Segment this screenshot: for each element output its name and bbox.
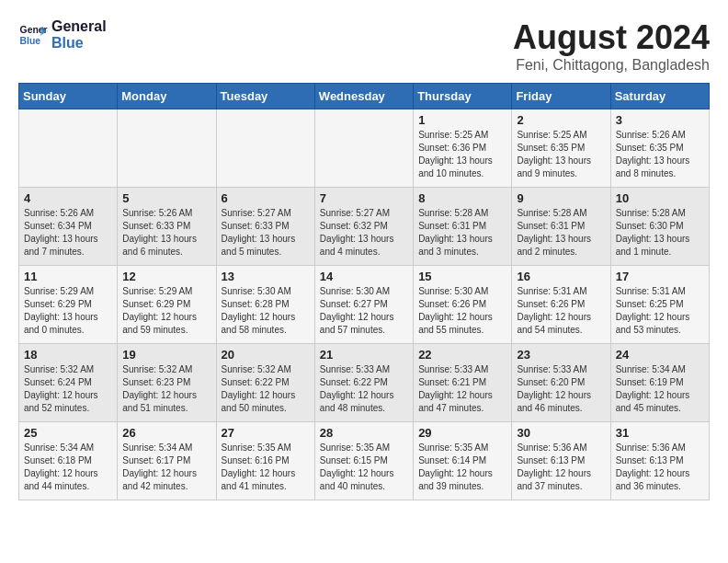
day-number: 29 — [418, 426, 506, 440]
day-info: Sunrise: 5:34 AM Sunset: 6:19 PM Dayligh… — [616, 363, 704, 415]
calendar-cell: 5Sunrise: 5:26 AM Sunset: 6:33 PM Daylig… — [118, 188, 216, 266]
calendar-cell: 4Sunrise: 5:26 AM Sunset: 6:34 PM Daylig… — [19, 188, 118, 266]
calendar-table: SundayMondayTuesdayWednesdayThursdayFrid… — [18, 83, 710, 500]
calendar-cell: 9Sunrise: 5:28 AM Sunset: 6:31 PM Daylig… — [512, 188, 610, 266]
weekday-header-row: SundayMondayTuesdayWednesdayThursdayFrid… — [19, 84, 710, 109]
day-number: 27 — [222, 426, 310, 440]
calendar-cell — [216, 109, 314, 188]
day-number: 20 — [222, 348, 310, 362]
day-info: Sunrise: 5:31 AM Sunset: 6:25 PM Dayligh… — [616, 285, 704, 337]
day-number: 5 — [122, 191, 210, 205]
day-info: Sunrise: 5:34 AM Sunset: 6:18 PM Dayligh… — [24, 442, 112, 493]
weekday-saturday: Saturday — [610, 84, 709, 109]
day-info: Sunrise: 5:25 AM Sunset: 6:36 PM Dayligh… — [418, 129, 506, 180]
day-info: Sunrise: 5:35 AM Sunset: 6:16 PM Dayligh… — [222, 442, 310, 493]
day-number: 24 — [616, 348, 704, 362]
day-number: 9 — [517, 191, 605, 205]
calendar-cell: 19Sunrise: 5:32 AM Sunset: 6:23 PM Dayli… — [118, 344, 216, 422]
calendar-cell: 20Sunrise: 5:32 AM Sunset: 6:22 PM Dayli… — [216, 344, 314, 422]
day-info: Sunrise: 5:36 AM Sunset: 6:13 PM Dayligh… — [616, 442, 704, 493]
calendar-cell: 8Sunrise: 5:28 AM Sunset: 6:31 PM Daylig… — [414, 188, 512, 266]
day-info: Sunrise: 5:33 AM Sunset: 6:22 PM Dayligh… — [320, 363, 408, 415]
logo-icon: General Blue — [18, 20, 48, 50]
day-info: Sunrise: 5:28 AM Sunset: 6:31 PM Dayligh… — [517, 207, 605, 259]
day-number: 14 — [320, 270, 408, 283]
day-number: 13 — [222, 270, 310, 283]
day-info: Sunrise: 5:30 AM Sunset: 6:27 PM Dayligh… — [320, 285, 408, 337]
day-info: Sunrise: 5:32 AM Sunset: 6:24 PM Dayligh… — [24, 363, 112, 415]
day-info: Sunrise: 5:30 AM Sunset: 6:28 PM Dayligh… — [222, 285, 310, 337]
logo: General Blue General Blue — [18, 18, 107, 51]
day-info: Sunrise: 5:29 AM Sunset: 6:29 PM Dayligh… — [122, 285, 210, 337]
day-number: 4 — [24, 191, 112, 205]
logo-line1: General — [51, 18, 107, 35]
day-number: 26 — [122, 426, 210, 440]
day-number: 11 — [24, 270, 112, 283]
day-number: 18 — [24, 348, 112, 362]
calendar-cell: 24Sunrise: 5:34 AM Sunset: 6:19 PM Dayli… — [610, 344, 709, 422]
calendar-title: August 2024 — [513, 18, 710, 57]
day-number: 22 — [418, 348, 506, 362]
calendar-cell: 2Sunrise: 5:25 AM Sunset: 6:35 PM Daylig… — [512, 109, 610, 188]
week-row-5: 25Sunrise: 5:34 AM Sunset: 6:18 PM Dayli… — [19, 422, 710, 500]
day-number: 3 — [616, 113, 704, 127]
calendar-cell: 18Sunrise: 5:32 AM Sunset: 6:24 PM Dayli… — [19, 344, 118, 422]
weekday-thursday: Thursday — [414, 84, 512, 109]
week-row-4: 18Sunrise: 5:32 AM Sunset: 6:24 PM Dayli… — [19, 344, 710, 422]
day-number: 19 — [122, 348, 210, 362]
calendar-cell: 31Sunrise: 5:36 AM Sunset: 6:13 PM Dayli… — [610, 422, 709, 500]
weekday-wednesday: Wednesday — [314, 84, 413, 109]
day-info: Sunrise: 5:29 AM Sunset: 6:29 PM Dayligh… — [24, 285, 112, 337]
calendar-cell — [19, 109, 118, 188]
weekday-sunday: Sunday — [19, 84, 118, 109]
day-info: Sunrise: 5:26 AM Sunset: 6:35 PM Dayligh… — [616, 129, 704, 180]
calendar-cell: 25Sunrise: 5:34 AM Sunset: 6:18 PM Dayli… — [19, 422, 118, 500]
calendar-cell: 11Sunrise: 5:29 AM Sunset: 6:29 PM Dayli… — [19, 266, 118, 344]
day-number: 17 — [616, 270, 704, 283]
calendar-cell: 13Sunrise: 5:30 AM Sunset: 6:28 PM Dayli… — [216, 266, 314, 344]
day-info: Sunrise: 5:31 AM Sunset: 6:26 PM Dayligh… — [517, 285, 605, 337]
calendar-cell: 30Sunrise: 5:36 AM Sunset: 6:13 PM Dayli… — [512, 422, 610, 500]
page-header: General Blue General Blue August 2024 Fe… — [18, 18, 710, 74]
svg-text:Blue: Blue — [20, 35, 41, 45]
calendar-cell: 6Sunrise: 5:27 AM Sunset: 6:33 PM Daylig… — [216, 188, 314, 266]
day-number: 28 — [320, 426, 408, 440]
day-number: 1 — [418, 113, 506, 127]
calendar-cell: 1Sunrise: 5:25 AM Sunset: 6:36 PM Daylig… — [414, 109, 512, 188]
weekday-tuesday: Tuesday — [216, 84, 314, 109]
day-info: Sunrise: 5:36 AM Sunset: 6:13 PM Dayligh… — [517, 442, 605, 493]
calendar-cell: 23Sunrise: 5:33 AM Sunset: 6:20 PM Dayli… — [512, 344, 610, 422]
day-info: Sunrise: 5:35 AM Sunset: 6:14 PM Dayligh… — [418, 442, 506, 493]
day-number: 8 — [418, 191, 506, 205]
day-number: 30 — [517, 426, 605, 440]
day-info: Sunrise: 5:35 AM Sunset: 6:15 PM Dayligh… — [320, 442, 408, 493]
calendar-cell: 21Sunrise: 5:33 AM Sunset: 6:22 PM Dayli… — [314, 344, 413, 422]
calendar-cell: 10Sunrise: 5:28 AM Sunset: 6:30 PM Dayli… — [610, 188, 709, 266]
week-row-2: 4Sunrise: 5:26 AM Sunset: 6:34 PM Daylig… — [19, 188, 710, 266]
day-info: Sunrise: 5:27 AM Sunset: 6:32 PM Dayligh… — [320, 207, 408, 259]
day-number: 2 — [517, 113, 605, 127]
day-info: Sunrise: 5:33 AM Sunset: 6:20 PM Dayligh… — [517, 363, 605, 415]
day-number: 6 — [222, 191, 310, 205]
day-info: Sunrise: 5:27 AM Sunset: 6:33 PM Dayligh… — [222, 207, 310, 259]
calendar-cell: 7Sunrise: 5:27 AM Sunset: 6:32 PM Daylig… — [314, 188, 413, 266]
calendar-cell — [314, 109, 413, 188]
calendar-cell: 28Sunrise: 5:35 AM Sunset: 6:15 PM Dayli… — [314, 422, 413, 500]
day-number: 16 — [517, 270, 605, 283]
day-info: Sunrise: 5:25 AM Sunset: 6:35 PM Dayligh… — [517, 129, 605, 180]
day-number: 21 — [320, 348, 408, 362]
week-row-1: 1Sunrise: 5:25 AM Sunset: 6:36 PM Daylig… — [19, 109, 710, 188]
day-info: Sunrise: 5:26 AM Sunset: 6:34 PM Dayligh… — [24, 207, 112, 259]
day-number: 10 — [616, 191, 704, 205]
day-number: 23 — [517, 348, 605, 362]
weekday-monday: Monday — [118, 84, 216, 109]
day-number: 7 — [320, 191, 408, 205]
day-info: Sunrise: 5:26 AM Sunset: 6:33 PM Dayligh… — [122, 207, 210, 259]
title-section: August 2024 Feni, Chittagong, Bangladesh — [513, 18, 710, 74]
day-number: 15 — [418, 270, 506, 283]
day-info: Sunrise: 5:30 AM Sunset: 6:26 PM Dayligh… — [418, 285, 506, 337]
day-number: 31 — [616, 426, 704, 440]
day-info: Sunrise: 5:33 AM Sunset: 6:21 PM Dayligh… — [418, 363, 506, 415]
calendar-cell: 26Sunrise: 5:34 AM Sunset: 6:17 PM Dayli… — [118, 422, 216, 500]
day-info: Sunrise: 5:32 AM Sunset: 6:22 PM Dayligh… — [222, 363, 310, 415]
